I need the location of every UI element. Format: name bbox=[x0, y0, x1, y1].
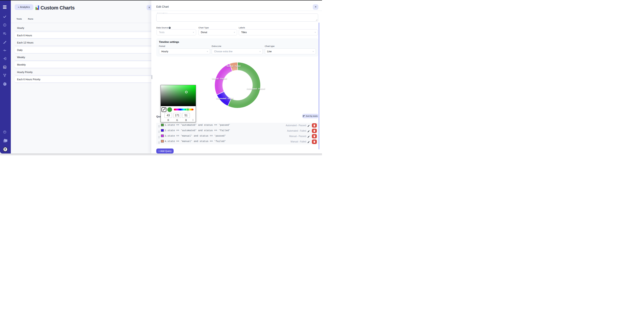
svg-text:?: ? bbox=[169, 27, 170, 28]
